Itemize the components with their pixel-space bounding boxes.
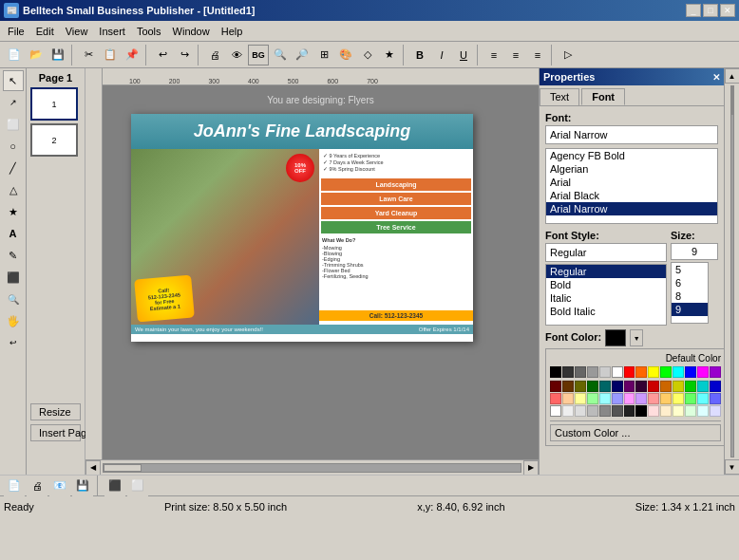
- tab-text[interactable]: Text: [540, 88, 579, 105]
- print-button[interactable]: 🖨: [204, 45, 225, 65]
- menu-tools[interactable]: Tools: [131, 24, 167, 39]
- scroll-right-button[interactable]: ▶: [523, 460, 539, 476]
- undo-tool[interactable]: ↩: [3, 332, 24, 353]
- menu-view[interactable]: View: [60, 24, 94, 39]
- bt-btn-3[interactable]: 📧: [49, 476, 70, 496]
- props-close-button[interactable]: ✕: [712, 72, 720, 83]
- font-item-3[interactable]: Arial Black: [546, 189, 717, 202]
- palette-cell[interactable]: [599, 381, 611, 392]
- paste-button[interactable]: 📌: [122, 45, 142, 65]
- size-item-0[interactable]: 5: [672, 263, 708, 276]
- palette-cell[interactable]: [562, 405, 574, 417]
- color-button[interactable]: 🎨: [335, 45, 356, 65]
- font-list[interactable]: Agency FB Bold Algerian Arial Arial Blac…: [545, 148, 718, 224]
- palette-cell[interactable]: [624, 381, 635, 392]
- menu-window[interactable]: Window: [167, 24, 216, 39]
- tab-font[interactable]: Font: [581, 88, 625, 105]
- palette-cell[interactable]: [685, 366, 696, 378]
- palette-cell[interactable]: [635, 405, 647, 417]
- rect-tool[interactable]: ⬜: [3, 114, 24, 135]
- style-list[interactable]: Regular Bold Italic Bold Italic: [545, 264, 667, 326]
- palette-cell[interactable]: [697, 366, 709, 378]
- palette-cell[interactable]: [648, 405, 659, 417]
- palette-cell[interactable]: [550, 366, 561, 378]
- palette-cell[interactable]: [660, 393, 672, 404]
- line-tool[interactable]: ╱: [3, 158, 24, 178]
- star-button[interactable]: ★: [379, 45, 400, 65]
- flyer-document[interactable]: JoAnn's Fine Landscaping 10% OFF Call! 5…: [131, 114, 473, 342]
- size-item-1[interactable]: 6: [672, 276, 708, 289]
- page-thumb-1[interactable]: 1: [30, 87, 78, 121]
- pen-tool[interactable]: ✎: [3, 245, 24, 266]
- font-item-0[interactable]: Agency FB Bold: [546, 149, 717, 162]
- ellipse-tool[interactable]: ○: [3, 136, 24, 157]
- size-list[interactable]: 5 6 8 9: [671, 262, 709, 324]
- bt-btn-6[interactable]: ⬜: [127, 476, 148, 496]
- scroll-up-button[interactable]: ▲: [725, 68, 740, 84]
- custom-color-button[interactable]: Custom Color ...: [550, 424, 721, 441]
- resize-button[interactable]: Resize: [30, 403, 81, 420]
- align-center-button[interactable]: ≡: [505, 45, 526, 65]
- insert-page-button[interactable]: Insert Page: [30, 424, 81, 441]
- menu-insert[interactable]: Insert: [93, 24, 131, 39]
- palette-cell[interactable]: [660, 366, 672, 378]
- palette-cell[interactable]: [587, 393, 598, 404]
- palette-cell[interactable]: [710, 405, 721, 417]
- palette-cell[interactable]: [624, 393, 635, 404]
- scroll-down-button[interactable]: ▼: [725, 459, 740, 475]
- palette-cell[interactable]: [624, 366, 635, 378]
- style-item-3[interactable]: Bold Italic: [546, 305, 666, 318]
- preview-button[interactable]: 👁: [226, 45, 247, 65]
- bt-btn-4[interactable]: 💾: [72, 476, 93, 496]
- palette-cell[interactable]: [599, 405, 611, 417]
- text-tool[interactable]: A: [3, 223, 24, 244]
- maximize-button[interactable]: □: [703, 4, 718, 17]
- select-tool[interactable]: ↖: [3, 70, 24, 91]
- palette-cell[interactable]: [562, 381, 574, 392]
- color-dropdown[interactable]: ▼: [630, 329, 643, 346]
- palette-cell[interactable]: [710, 366, 721, 378]
- palette-cell[interactable]: [612, 366, 623, 378]
- bt-btn-5[interactable]: ⬛: [104, 476, 125, 496]
- page-thumb-2[interactable]: 2: [30, 123, 78, 157]
- pointer-tool[interactable]: ↗: [3, 92, 24, 113]
- bt-btn-2[interactable]: 🖨: [27, 476, 47, 496]
- palette-cell[interactable]: [575, 393, 586, 404]
- palette-cell[interactable]: [550, 393, 561, 404]
- zoom-tool[interactable]: 🔍: [3, 289, 24, 309]
- canvas-content[interactable]: You are designing: Flyers JoAnn's Fine L…: [103, 85, 539, 459]
- palette-cell[interactable]: [587, 405, 598, 417]
- palette-cell[interactable]: [550, 405, 561, 417]
- cut-button[interactable]: ✂: [78, 45, 99, 65]
- font-input[interactable]: [545, 125, 718, 144]
- hand-tool[interactable]: 🖐: [3, 310, 24, 331]
- italic-button[interactable]: I: [431, 45, 452, 65]
- palette-cell[interactable]: [612, 393, 623, 404]
- size-item-3[interactable]: 9: [672, 303, 708, 316]
- h-scroll-track[interactable]: [103, 463, 521, 473]
- style-input[interactable]: [545, 243, 667, 262]
- palette-cell[interactable]: [635, 381, 647, 392]
- palette-cell[interactable]: [599, 393, 611, 404]
- zoom-in-button[interactable]: 🔍: [270, 45, 291, 65]
- menu-file[interactable]: File: [2, 24, 30, 39]
- palette-cell[interactable]: [673, 405, 684, 417]
- grid-button[interactable]: ⊞: [313, 45, 334, 65]
- palette-cell[interactable]: [673, 366, 684, 378]
- palette-cell[interactable]: [648, 366, 659, 378]
- menu-help[interactable]: Help: [216, 24, 249, 39]
- scroll-left-button[interactable]: ◀: [85, 460, 101, 476]
- font-item-2[interactable]: Arial: [546, 176, 717, 189]
- size-item-2[interactable]: 8: [672, 289, 708, 303]
- palette-cell[interactable]: [710, 393, 721, 404]
- fill-tool[interactable]: ⬛: [3, 267, 24, 288]
- palette-cell[interactable]: [710, 381, 721, 392]
- palette-cell[interactable]: [575, 405, 586, 417]
- flyer-btn-tree[interactable]: Tree Service: [321, 221, 471, 233]
- minimize-button[interactable]: _: [686, 4, 701, 17]
- style-item-1[interactable]: Bold: [546, 278, 666, 291]
- style-item-2[interactable]: Italic: [546, 291, 666, 305]
- style-item-0[interactable]: Regular: [546, 265, 666, 278]
- palette-cell[interactable]: [697, 393, 709, 404]
- palette-cell[interactable]: [648, 393, 659, 404]
